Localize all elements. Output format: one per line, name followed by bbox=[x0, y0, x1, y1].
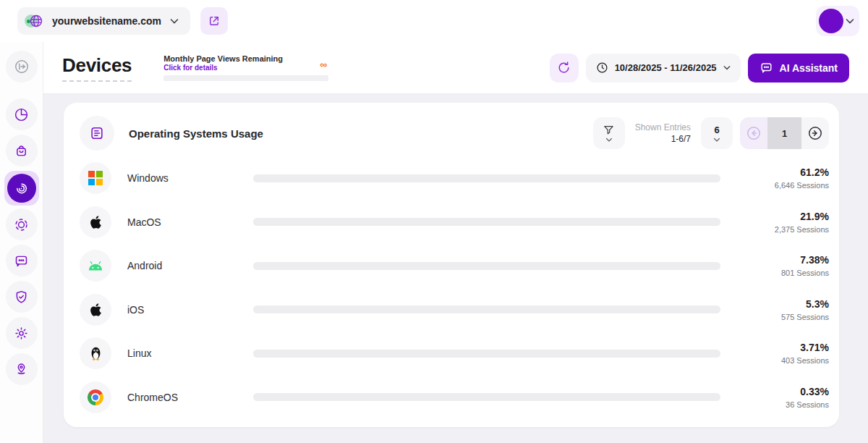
open-site-button[interactable] bbox=[200, 7, 228, 35]
quota-progress-bar bbox=[163, 75, 328, 81]
page-header: Devices Monthly Page Views Remaining Cli… bbox=[43, 42, 868, 94]
shown-entries: Shown Entries 1-6/7 bbox=[635, 122, 691, 145]
apple-icon bbox=[80, 294, 111, 326]
gear-icon bbox=[14, 326, 29, 341]
usage-percent: 21.9% bbox=[720, 210, 829, 223]
usage-sessions: 6,646 Sessions bbox=[720, 180, 829, 190]
sidebar-item-collapse[interactable] bbox=[6, 51, 38, 83]
table-row: Android 7.38% 801 Sessions bbox=[80, 244, 829, 288]
shown-entries-label: Shown Entries bbox=[635, 122, 691, 133]
os-name: MacOS bbox=[127, 216, 253, 228]
usage-percent: 7.38% bbox=[720, 253, 829, 266]
quota-title: Monthly Page Views Remaining bbox=[163, 54, 328, 63]
sidebar-item-overview[interactable] bbox=[6, 98, 38, 130]
os-name: Android bbox=[127, 260, 253, 271]
chevron-down-icon bbox=[170, 18, 179, 24]
report-icon bbox=[89, 125, 105, 141]
sidebar-item-devices[interactable] bbox=[4, 171, 39, 206]
table-row: Windows 61.2% 6,646 Sessions bbox=[80, 156, 829, 201]
usage-sessions: 2,375 Sessions bbox=[720, 224, 829, 235]
refresh-button[interactable] bbox=[550, 54, 579, 83]
filter-funnel-icon bbox=[603, 125, 615, 135]
sidebar-item-settings[interactable] bbox=[6, 317, 38, 349]
filter-button[interactable] bbox=[593, 117, 625, 149]
location-pin-icon bbox=[14, 362, 29, 377]
usage-percent: 0.33% bbox=[720, 385, 829, 398]
top-bar: yourwebsitename.com bbox=[0, 0, 868, 42]
table-row: MacOS 21.9% 2,375 Sessions bbox=[80, 201, 829, 245]
chevron-down-icon bbox=[713, 138, 720, 142]
chrome-icon bbox=[80, 381, 111, 413]
usage-percent: 3.71% bbox=[720, 341, 829, 354]
next-page-button[interactable] bbox=[801, 117, 829, 149]
usage-percent: 5.3% bbox=[720, 298, 829, 311]
usage-bar bbox=[253, 350, 720, 358]
sessions-arcs-icon bbox=[14, 181, 29, 195]
card-title: Operating Systems Usage bbox=[129, 127, 263, 140]
os-name: iOS bbox=[127, 304, 253, 316]
shown-entries-value: 1-6/7 bbox=[635, 133, 691, 145]
chat-bubble-icon bbox=[14, 253, 29, 269]
date-range-value: 10/28/2025 - 11/26/2025 bbox=[615, 62, 717, 73]
shopping-bag-icon bbox=[14, 143, 29, 159]
sidebar bbox=[0, 42, 43, 443]
page-title: Devices bbox=[62, 54, 132, 82]
ai-assistant-button[interactable]: AI Assistant bbox=[748, 54, 849, 83]
os-name: Windows bbox=[127, 172, 253, 184]
site-name: yourwebsitename.com bbox=[52, 15, 161, 27]
ai-assistant-label: AI Assistant bbox=[780, 62, 838, 74]
os-name: Linux bbox=[127, 347, 253, 359]
page-size-select[interactable]: 6 bbox=[701, 117, 733, 149]
usage-bar bbox=[253, 174, 720, 182]
arrow-right-circle-icon bbox=[807, 125, 823, 141]
os-usage-list: Windows 61.2% 6,646 Sessions MacOS 21.9%… bbox=[64, 152, 839, 419]
sidebar-item-messages[interactable] bbox=[6, 245, 38, 277]
usage-percent: 61.2% bbox=[720, 166, 829, 179]
quota-widget[interactable]: Monthly Page Views Remaining Click for d… bbox=[163, 54, 328, 81]
usage-bar bbox=[253, 305, 720, 313]
arrow-left-circle-icon bbox=[746, 125, 762, 141]
usage-bar bbox=[253, 393, 720, 401]
devices-active-indicator bbox=[7, 174, 36, 203]
usage-sessions: 36 Sessions bbox=[720, 400, 829, 410]
linux-tux-icon bbox=[80, 337, 111, 369]
infinity-icon: ∞ bbox=[320, 59, 327, 69]
avatar bbox=[819, 9, 843, 33]
previous-page-button[interactable] bbox=[740, 117, 767, 149]
quota-details-link[interactable]: Click for details bbox=[163, 64, 328, 72]
globe-icon bbox=[25, 12, 43, 30]
usage-sessions: 575 Sessions bbox=[720, 312, 829, 322]
apple-icon bbox=[80, 206, 111, 238]
windows-icon bbox=[80, 162, 111, 194]
clock-icon bbox=[596, 62, 608, 74]
chevron-down-icon bbox=[605, 138, 613, 142]
pagination: 1 bbox=[740, 117, 829, 149]
chevron-down-icon bbox=[846, 18, 854, 24]
shield-check-icon bbox=[14, 290, 29, 305]
sidebar-item-locations[interactable] bbox=[6, 353, 38, 385]
table-row: iOS 5.3% 575 Sessions bbox=[80, 288, 829, 332]
report-icon-wrap bbox=[80, 116, 114, 151]
scan-target-icon bbox=[14, 217, 29, 232]
usage-bar bbox=[253, 218, 720, 226]
current-page: 1 bbox=[767, 117, 801, 149]
page-size-value: 6 bbox=[714, 125, 719, 135]
panel-expand-icon bbox=[14, 59, 30, 75]
sidebar-item-tracking[interactable] bbox=[6, 208, 38, 240]
chevron-down-icon bbox=[723, 65, 731, 70]
os-name: ChromeOS bbox=[127, 392, 253, 403]
ai-chat-icon bbox=[760, 61, 773, 75]
usage-sessions: 403 Sessions bbox=[720, 355, 829, 366]
sidebar-item-security[interactable] bbox=[6, 281, 38, 313]
usage-bar bbox=[253, 262, 720, 270]
date-range-picker[interactable]: 10/28/2025 - 11/26/2025 bbox=[586, 54, 741, 83]
account-menu[interactable] bbox=[816, 6, 859, 36]
site-selector[interactable]: yourwebsitename.com bbox=[17, 7, 190, 35]
refresh-icon bbox=[557, 61, 571, 75]
sidebar-item-ecommerce[interactable] bbox=[6, 135, 38, 166]
table-row: ChromeOS 0.33% 36 Sessions bbox=[80, 376, 829, 420]
os-usage-card: Operating Systems Usage Shown Entries 1-… bbox=[64, 103, 839, 427]
external-link-icon bbox=[208, 14, 221, 28]
pie-chart-icon bbox=[14, 107, 29, 122]
android-icon bbox=[80, 250, 111, 282]
